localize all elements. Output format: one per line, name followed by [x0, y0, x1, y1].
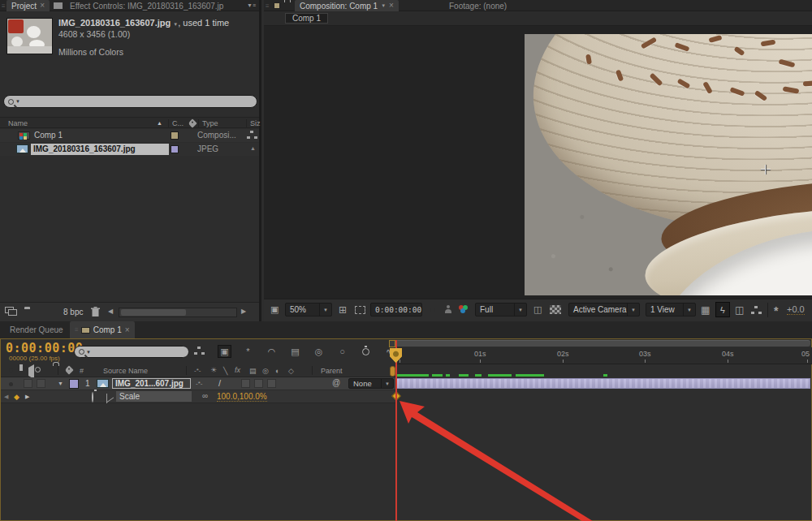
flowchart-icon[interactable]: [751, 306, 762, 315]
layer-fx-cell[interactable]: [241, 379, 250, 388]
motion-blur-icon[interactable]: ◎: [312, 345, 326, 358]
live-update-icon[interactable]: *: [241, 345, 255, 358]
fast-previews-icon[interactable]: *: [774, 304, 778, 317]
scroll-right-icon[interactable]: ▶: [241, 308, 246, 315]
solo-column-icon[interactable]: [35, 367, 41, 372]
ruler-tick-04s: 04s: [722, 350, 734, 358]
tab-comp1-timeline[interactable]: ≡ Comp 1 ×: [70, 321, 135, 338]
scale-property-label[interactable]: Scale: [116, 391, 192, 402]
parent-pickwhip-icon[interactable]: @: [332, 378, 340, 387]
label-swatch[interactable]: [171, 131, 179, 140]
layer-solo-cell[interactable]: [37, 379, 45, 388]
tab-footage-label: Footage: (none): [449, 2, 507, 11]
exposure-value[interactable]: +0.0: [787, 304, 805, 315]
timeline-button-icon[interactable]: ▦: [701, 304, 710, 316]
trash-icon[interactable]: [91, 307, 100, 317]
layer-number-column[interactable]: #: [80, 367, 84, 375]
layer-duration-bar[interactable]: [395, 378, 810, 389]
panel-menu-icon[interactable]: ▼≡: [247, 2, 256, 8]
layer-motion-blur-cell[interactable]: [254, 379, 263, 388]
next-keyframe-icon[interactable]: ▶: [25, 394, 29, 400]
frame-blending-icon[interactable]: ▤: [288, 345, 302, 358]
layer-row[interactable]: ▼ 1 IMG_201...607.jpg -*- / @ None ▼: [1, 377, 395, 390]
parent-column[interactable]: Parent: [321, 367, 343, 375]
column-type[interactable]: Type: [202, 119, 218, 127]
breadcrumb[interactable]: Comp 1: [285, 13, 328, 24]
auto-keyframe-icon[interactable]: [362, 348, 369, 355]
bit-depth-label[interactable]: 8 bpc: [63, 308, 83, 316]
search-icon: [8, 99, 14, 105]
scale-property-row[interactable]: ◀ ◆ ▶ Scale ∞ 100.0,100.0%: [1, 390, 395, 403]
layer-expand-caret-icon[interactable]: ▼: [58, 381, 63, 386]
column-label[interactable]: C...: [172, 119, 184, 127]
work-area-bar[interactable]: [395, 340, 810, 347]
footage-thumbnail[interactable]: [6, 18, 53, 54]
safe-margins-icon[interactable]: ⊞: [339, 304, 347, 316]
label-tag-icon[interactable]: [64, 365, 73, 374]
preview-timecode[interactable]: 0:00:00:00: [370, 303, 422, 316]
tab-comp1-label: Comp 1: [93, 325, 122, 334]
column-size[interactable]: Siz: [250, 119, 261, 127]
resolution-dropdown[interactable]: Full ▼: [475, 303, 527, 316]
work-area-start-handle[interactable]: [389, 340, 395, 347]
tab-close-icon[interactable]: ×: [125, 326, 130, 334]
layer-collapse-switch[interactable]: -*-: [196, 380, 202, 387]
tab-caret-icon[interactable]: ▼: [381, 3, 386, 8]
scale-value[interactable]: 100.0,100.0%: [217, 392, 267, 402]
sort-ascending-icon[interactable]: ▲: [157, 120, 162, 126]
horizontal-scrollbar[interactable]: [119, 308, 237, 317]
tab-render-queue[interactable]: Render Queue: [10, 325, 63, 334]
brainstorm-icon[interactable]: ○: [335, 345, 349, 358]
transparency-grid-icon[interactable]: [550, 305, 561, 314]
timeline-ruler[interactable]: 0s01s02s03s04s05: [395, 347, 812, 364]
search-options-caret-icon[interactable]: ▼: [15, 99, 20, 104]
graph-toggle-icon[interactable]: [106, 394, 107, 403]
label-swatch[interactable]: [171, 145, 179, 153]
project-row-footage[interactable]: IMG_20180316_163607.jpg JPEG ▲: [0, 143, 259, 156]
prev-keyframe-icon[interactable]: ◀: [4, 394, 8, 400]
tab-project[interactable]: Project ×: [6, 0, 50, 11]
tab-composition[interactable]: Composition: Comp 1 ▼ ×: [295, 0, 399, 11]
work-area-left-bracket[interactable]: [390, 366, 395, 377]
search-options-caret-icon[interactable]: ▼: [86, 350, 91, 355]
comp-flowchart-button-icon[interactable]: ϟ: [715, 302, 730, 317]
scroll-up-icon[interactable]: ▲: [250, 145, 256, 151]
magnification-dropdown[interactable]: 50% ▼: [285, 303, 332, 316]
tab-effect-controls[interactable]: Effect Controls: IMG_20180316_163607.jp: [65, 0, 228, 11]
pixel-aspect-correction-icon[interactable]: ◫: [735, 304, 744, 316]
project-row-comp1[interactable]: Comp 1 Composi...: [0, 129, 259, 142]
current-timecode[interactable]: 0:00:00:00: [6, 341, 83, 355]
layer-source-name[interactable]: IMG_201...607.jpg: [112, 378, 191, 389]
flowchart-icon: [247, 131, 257, 140]
active-camera-dropdown[interactable]: Active Camera ▼: [568, 303, 640, 316]
scrollbar-thumb[interactable]: [121, 309, 186, 316]
source-name-column[interactable]: Source Name: [103, 367, 148, 375]
tab-footage[interactable]: Footage: (none): [444, 0, 512, 11]
region-of-interest-icon[interactable]: [355, 306, 365, 314]
timeline-search-input[interactable]: ▼: [74, 346, 189, 358]
tab-project-label: Project: [11, 2, 37, 11]
stopwatch-icon[interactable]: [92, 392, 93, 403]
comp-mini-flowchart-icon[interactable]: [194, 345, 208, 358]
column-name[interactable]: Name: [8, 119, 28, 127]
tab-close-icon[interactable]: ×: [389, 2, 394, 10]
layer-quality-switch[interactable]: /: [218, 378, 221, 388]
chevron-down-icon: ▼: [382, 381, 393, 386]
tab-close-icon[interactable]: ×: [40, 2, 45, 10]
constrain-proportions-icon[interactable]: ∞: [202, 391, 208, 400]
playhead-line[interactable]: [395, 340, 397, 521]
add-keyframe-icon[interactable]: ◆: [14, 393, 19, 401]
always-preview-icon[interactable]: ▣: [270, 304, 279, 315]
magnification-value: 50%: [286, 305, 319, 314]
target-region-icon[interactable]: ◫: [533, 304, 542, 315]
view-layout-dropdown[interactable]: 1 View ▼: [646, 303, 696, 316]
draft-3d-icon[interactable]: ▣: [218, 345, 231, 358]
parent-dropdown[interactable]: None ▼: [348, 378, 394, 389]
composition-viewer[interactable]: [264, 26, 812, 299]
layer-audio-cell[interactable]: [24, 379, 32, 388]
scroll-left-icon[interactable]: ◀: [108, 308, 113, 315]
project-search-input[interactable]: ▼: [3, 95, 257, 108]
hide-shy-layers-icon[interactable]: ◠: [265, 345, 279, 358]
layer-3d-cell[interactable]: [267, 379, 276, 388]
layer-label-swatch[interactable]: [69, 379, 79, 389]
